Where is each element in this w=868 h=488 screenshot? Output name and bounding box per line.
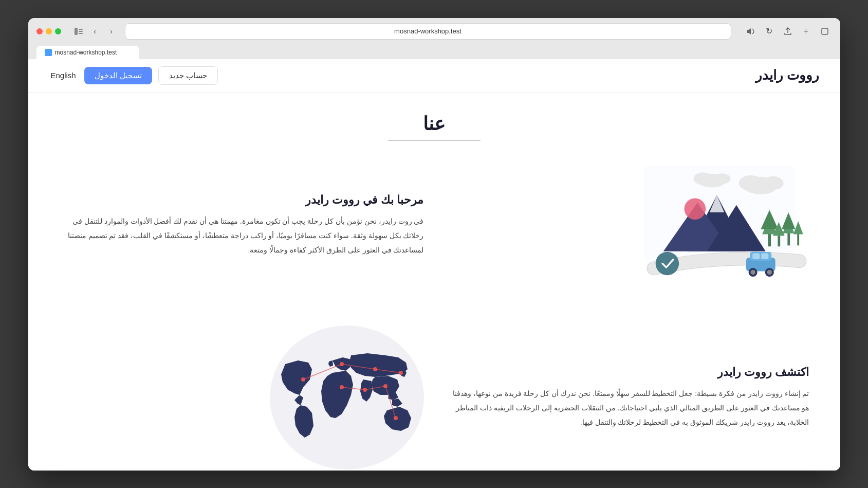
- audio-button[interactable]: [744, 24, 758, 39]
- close-button[interactable]: [36, 28, 43, 34]
- website-content: رووت رايدر English تسجيل الدخول حساب جدي…: [28, 59, 840, 471]
- svg-point-31: [750, 269, 755, 274]
- about-section: مرحبا بك في رووت رايدر في روت رايدر، نحن…: [59, 156, 809, 295]
- svg-point-16: [684, 198, 706, 220]
- login-button[interactable]: تسجيل الدخول: [84, 67, 152, 84]
- active-tab[interactable]: mosnad-workshop.test: [36, 46, 139, 59]
- address-bar[interactable]: mosnad-workshop.test: [125, 23, 731, 40]
- svg-point-11: [713, 173, 730, 184]
- discover-title: اكتشف رووت رايدر: [445, 366, 809, 379]
- svg-point-27: [655, 251, 678, 275]
- back-button[interactable]: ‹: [88, 24, 102, 39]
- svg-point-33: [767, 269, 771, 274]
- svg-rect-35: [761, 253, 768, 259]
- svg-rect-34: [752, 253, 760, 259]
- svg-point-7: [738, 175, 763, 190]
- tab-favicon: [45, 49, 52, 56]
- discover-description: تم إنشاء رووت رايدر من فكرة بسيطة: جعل ا…: [445, 386, 809, 429]
- url-text: mosnad-workshop.test: [394, 27, 461, 35]
- svg-point-10: [693, 172, 713, 185]
- svg-point-45: [399, 371, 403, 375]
- svg-point-8: [762, 176, 784, 190]
- browser-controls: ‹ ›: [71, 24, 119, 39]
- refresh-button[interactable]: ↻: [762, 24, 777, 39]
- navbar: رووت رايدر English تسجيل الدخول حساب جدي…: [28, 59, 840, 93]
- share-button[interactable]: [781, 24, 795, 39]
- browser-chrome: ‹ › mosnad-workshop.test ↻ +: [28, 18, 840, 59]
- world-map: [270, 326, 424, 469]
- svg-rect-4: [822, 28, 828, 34]
- svg-rect-1: [79, 29, 83, 30]
- browser-actions: ↻ +: [744, 24, 832, 39]
- page-content: عنا: [28, 93, 840, 471]
- svg-point-49: [394, 416, 398, 420]
- register-button[interactable]: حساب جديد: [158, 66, 218, 85]
- svg-point-48: [383, 384, 387, 388]
- welcome-text: في روت رايدر، نحن نؤمن بأن كل رحلة يجب أ…: [59, 214, 424, 257]
- world-map-container: [59, 326, 424, 469]
- section-heading: عنا: [59, 113, 809, 141]
- svg-rect-20: [778, 234, 780, 246]
- welcome-title: مرحبا بك في رووت رايدر: [59, 193, 424, 207]
- svg-rect-2: [79, 31, 83, 32]
- browser-tabs: mosnad-workshop.test: [36, 44, 832, 59]
- brand-name: رووت رايدر: [755, 67, 819, 83]
- about-text: مرحبا بك في رووت رايدر في روت رايدر، نحن…: [59, 193, 424, 257]
- discover-section: اكتشف رووت رايدر تم إنشاء رووت رايدر من …: [59, 326, 809, 469]
- new-tab-button[interactable]: +: [799, 24, 814, 39]
- svg-point-47: [363, 388, 367, 392]
- svg-rect-0: [75, 28, 78, 35]
- about-illustration: [445, 156, 809, 295]
- svg-rect-25: [797, 232, 799, 245]
- svg-rect-3: [79, 33, 83, 34]
- section-title: عنا: [59, 113, 809, 135]
- svg-point-42: [301, 377, 305, 382]
- minimize-button[interactable]: [46, 28, 52, 34]
- maximize-button[interactable]: [55, 28, 61, 34]
- navbar-actions: English تسجيل الدخول حساب جديد: [49, 66, 218, 85]
- forward-button[interactable]: ›: [104, 24, 119, 39]
- tab-title: mosnad-workshop.test: [55, 49, 117, 56]
- svg-rect-22: [787, 231, 790, 245]
- browser-window: ‹ › mosnad-workshop.test ↻ +: [28, 18, 840, 471]
- heading-underline: [388, 140, 481, 141]
- traffic-lights: [36, 28, 61, 34]
- svg-point-43: [340, 362, 344, 366]
- window-button[interactable]: [818, 24, 832, 39]
- svg-point-46: [340, 385, 344, 389]
- browser-top-bar: ‹ › mosnad-workshop.test ↻ +: [36, 23, 832, 40]
- discover-text: اكتشف رووت رايدر تم إنشاء رووت رايدر من …: [445, 366, 809, 429]
- language-button[interactable]: English: [49, 67, 78, 84]
- sidebar-toggle-button[interactable]: [71, 24, 86, 39]
- svg-point-44: [373, 367, 377, 371]
